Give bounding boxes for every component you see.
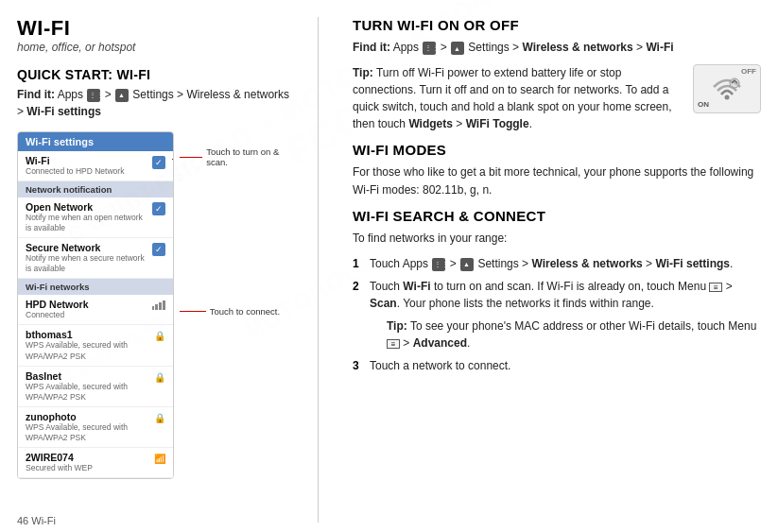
toggle-graphic: OFF ON (693, 64, 761, 113)
settings-icon (115, 89, 129, 102)
search-intro: To find networks in your range: (353, 230, 761, 248)
screenshot-header: Wi-Fi settings (18, 132, 173, 151)
section-network-notification: Network notification (18, 181, 173, 197)
page-container: WI-FI home, office, or hotspot QUICK STA… (0, 0, 778, 532)
settings-icon-right (451, 42, 464, 55)
callout-connect: Touch to connect. (180, 306, 291, 317)
step-2: 2 Touch Wi-Fi to turn on and scan. If Wi… (353, 278, 761, 312)
page-footer: 46 Wi-Fi (17, 515, 56, 526)
step-2-tip: Tip: To see your phone's MAC address or … (370, 317, 761, 352)
apps-icon (87, 89, 100, 102)
callout-scan: Touch to turn on & scan. (180, 146, 291, 167)
open-network-check: ✓ (152, 202, 165, 215)
tip-body: Turn off Wi-Fi power to extend battery l… (353, 66, 672, 130)
step-1-num: 1 (353, 255, 364, 272)
zunophoto-item: zunophoto WPS Available, secured with WP… (18, 407, 173, 448)
menu-icon-step2: ≡ (709, 283, 722, 292)
wifi-check: ✓ (152, 156, 165, 169)
on-label: ON (698, 100, 709, 109)
left-column: WI-FI home, office, or hotspot QUICK STA… (17, 17, 291, 523)
step-3: 3 Touch a network to connect. (353, 357, 761, 374)
lock-icon-bthomas1: 🔒 (154, 331, 165, 341)
tip-label: Tip: (353, 66, 373, 79)
section-wifi-networks: Wi-Fi networks (18, 279, 173, 295)
subtitle: home, office, or hotspot (17, 41, 291, 54)
quick-start-title: QUICK START: WI-FI (17, 67, 291, 82)
find-it-label: Find it: (17, 88, 55, 101)
step-3-num: 3 (353, 357, 364, 374)
hpd-network-item: HPD Network Connected (18, 295, 173, 325)
open-network-item: Open Network Notify me when an open netw… (18, 197, 173, 238)
callout-scan-line (172, 159, 174, 160)
settings-icon-step1 (460, 258, 474, 271)
wifi-row: Wi-Fi Connected to HPD Network ✓ (18, 151, 173, 181)
basinet-item: BasInet WPS Available, secured with WPA/… (18, 367, 173, 407)
callout-connect-text: Touch to connect. (210, 306, 280, 317)
find-it-right: Find it: Apps > Settings > Wireless & ne… (353, 39, 761, 57)
wifi-toggle-icon (710, 76, 744, 102)
callouts: Touch to turn on & scan. Touch to connec… (174, 146, 291, 317)
turn-wifi-title: TURN WI-FI ON OR OFF (353, 17, 761, 33)
tip-row: Tip: Turn off Wi-Fi power to extend batt… (353, 64, 761, 132)
right-column: TURN WI-FI ON OR OFF Find it: Apps > Set… (345, 17, 761, 523)
column-divider (318, 17, 319, 523)
step-2-tip-num (370, 317, 381, 352)
step-2-content: Touch Wi-Fi to turn on and scan. If Wi-F… (370, 278, 761, 312)
modes-text: For those who like to get a bit more tec… (353, 163, 761, 199)
apps-icon-right (423, 42, 436, 55)
wifi-icon-2wire: 📶 (154, 454, 165, 464)
tip-text-content: Tip: Turn off Wi-Fi power to extend batt… (353, 64, 685, 132)
step-1: 1 Touch Apps > Settings > Wireless & net… (353, 255, 761, 272)
modes-title: WI-FI MODES (353, 142, 761, 158)
callout-scan-text: Touch to turn on & scan. (206, 146, 291, 167)
steps-list: 1 Touch Apps > Settings > Wireless & net… (353, 255, 761, 374)
apps-icon-step1 (432, 258, 445, 271)
lock-icon-basinet: 🔒 (154, 372, 165, 383)
search-title: WI-FI SEARCH & CONNECT (353, 208, 761, 224)
step-3-content: Touch a network to connect. (370, 357, 761, 374)
off-label: OFF (741, 67, 756, 76)
main-title: WI-FI (17, 17, 291, 40)
find-it-left: Find it: Apps > Settings > Wireless & ne… (17, 86, 291, 120)
callout-connect-line (180, 311, 206, 312)
secure-network-check: ✓ (152, 243, 165, 256)
signal-bar-hpd (152, 300, 165, 310)
menu-icon-tip: ≡ (387, 339, 400, 349)
svg-point-0 (725, 95, 730, 100)
phone-screenshot: Wi-Fi settings Wi-Fi Connected to HPD Ne… (17, 131, 174, 479)
step-1-content: Touch Apps > Settings > Wireless & netwo… (370, 255, 761, 272)
step-2-tip-content: Tip: To see your phone's MAC address or … (387, 317, 761, 352)
find-it-label-right: Find it: (353, 41, 390, 54)
2wire074-item: 2WIRE074 Secured with WEP 📶 (18, 448, 173, 478)
callout-scan-line (180, 157, 203, 158)
lock-icon-zunophoto: 🔒 (154, 413, 165, 423)
bthomas1-item: bthomas1 WPS Available, secured with WPA… (18, 325, 173, 366)
step-2-num: 2 (353, 278, 364, 312)
secure-network-item: Secure Network Notify me when a secure n… (18, 238, 173, 279)
